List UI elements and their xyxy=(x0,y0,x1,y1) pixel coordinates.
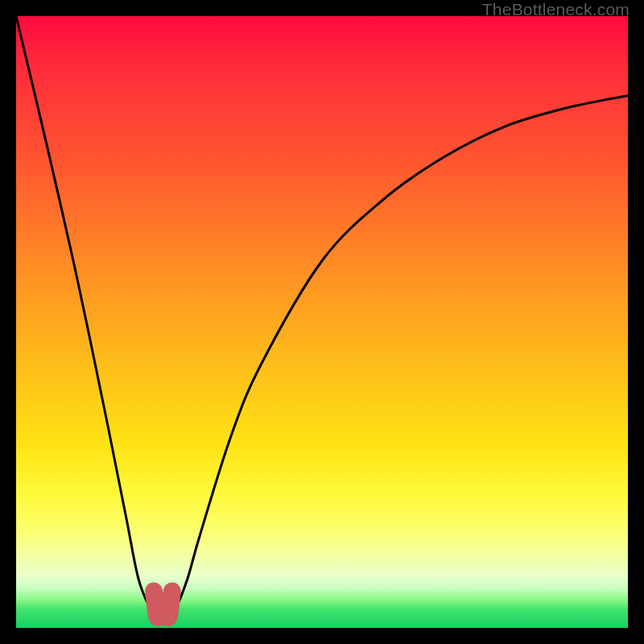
bottleneck-curve xyxy=(16,16,628,616)
plot-area xyxy=(16,16,628,628)
chart-frame: TheBottleneck.com xyxy=(0,0,644,644)
curve-layer xyxy=(16,16,628,628)
bottom-marker xyxy=(154,591,172,617)
